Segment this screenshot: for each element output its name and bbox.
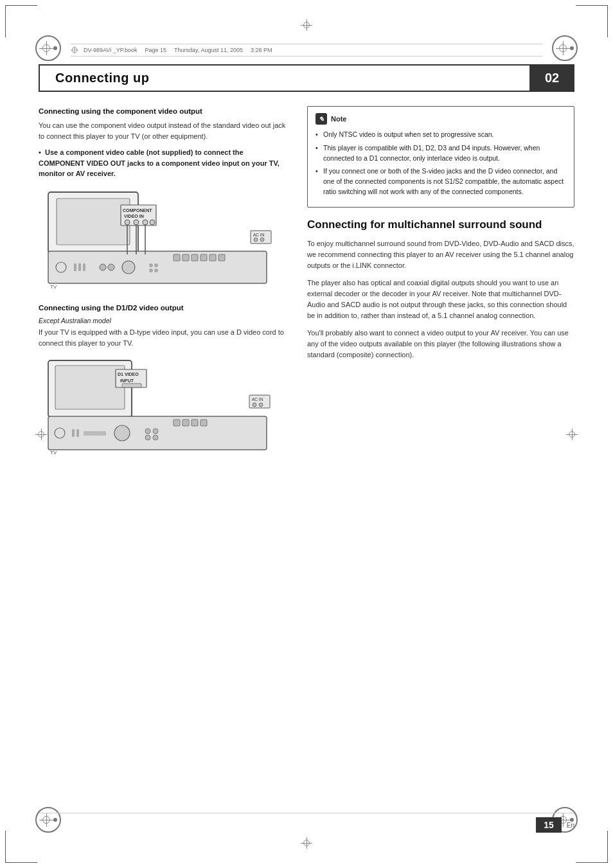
section-d1d2: Connecting using the D1/D2 video output … bbox=[39, 303, 289, 455]
section-multichannel: Connecting for multichannel surround sou… bbox=[307, 218, 574, 361]
note-icon: ✎ bbox=[315, 113, 327, 125]
svg-rect-33 bbox=[191, 254, 198, 261]
svg-rect-23 bbox=[83, 263, 85, 271]
svg-rect-21 bbox=[74, 263, 76, 271]
note-box: ✎ Note Only NTSC video is output when se… bbox=[307, 106, 574, 208]
metadata-text: DV-989AVi _YP.book bbox=[84, 47, 138, 53]
diagram2-svg: TV D1 VIDEO INPUT AC IN bbox=[39, 355, 283, 455]
metadata-time: 3:28 PM bbox=[251, 47, 272, 53]
reg-mark-top-center bbox=[301, 19, 312, 31]
svg-rect-58 bbox=[84, 431, 106, 436]
svg-text:INPUT: INPUT bbox=[120, 378, 134, 383]
svg-point-11 bbox=[125, 220, 130, 225]
right-column: ✎ Note Only NTSC video is output when se… bbox=[307, 106, 574, 804]
corner-decoration-tl bbox=[5, 5, 37, 37]
note-item-1: Only NTSC video is output when set to pr… bbox=[315, 130, 566, 140]
diagram1-svg: TV COMPONENT VIDEO IN AC IN bbox=[39, 187, 283, 290]
section-component-video: Connecting using the component video out… bbox=[39, 106, 289, 290]
metadata-bar: DV-989AVi _YP.book Page 15 Thursday, Aug… bbox=[71, 44, 542, 57]
main-content: Connecting using the component video out… bbox=[39, 106, 574, 804]
multichannel-para2: The player also has optical and coaxial … bbox=[307, 278, 574, 321]
svg-rect-67 bbox=[200, 420, 207, 426]
diagram1: TV COMPONENT VIDEO IN AC IN bbox=[39, 187, 289, 290]
svg-rect-49 bbox=[122, 384, 141, 387]
svg-point-14 bbox=[150, 220, 155, 225]
chapter-number: 02 bbox=[545, 71, 559, 85]
svg-rect-56 bbox=[72, 429, 75, 437]
svg-point-63 bbox=[153, 435, 158, 440]
multichannel-title: Connecting for multichannel surround sou… bbox=[307, 218, 574, 232]
page-header: Connecting up 02 bbox=[39, 64, 574, 92]
svg-point-17 bbox=[254, 238, 258, 242]
corner-decoration-bl bbox=[5, 831, 37, 863]
left-column: Connecting using the component video out… bbox=[39, 106, 289, 804]
svg-rect-64 bbox=[173, 420, 180, 426]
svg-text:D1 VIDEO: D1 VIDEO bbox=[118, 372, 139, 376]
page-footer: 15 En bbox=[39, 813, 574, 833]
svg-point-24 bbox=[100, 264, 106, 270]
chapter-box: 02 bbox=[529, 64, 574, 92]
svg-point-28 bbox=[154, 263, 158, 267]
svg-point-62 bbox=[145, 435, 150, 440]
svg-text:TV: TV bbox=[50, 450, 57, 455]
svg-text:AC IN: AC IN bbox=[252, 397, 263, 402]
reg-mark-bottom-center bbox=[301, 837, 312, 849]
note-title: Note bbox=[331, 115, 346, 123]
svg-rect-22 bbox=[78, 263, 81, 271]
svg-rect-35 bbox=[209, 254, 216, 261]
reg-mark-tl bbox=[35, 35, 61, 61]
svg-point-53 bbox=[259, 403, 263, 407]
svg-point-13 bbox=[143, 220, 148, 225]
page-title: Connecting up bbox=[55, 71, 149, 85]
section1-title: Connecting using the component video out… bbox=[39, 106, 289, 116]
note-items: Only NTSC video is output when set to pr… bbox=[315, 130, 566, 197]
section2-italic: Except Australian model bbox=[39, 317, 289, 324]
multichannel-para1: To enjoy multichannel surround sound fro… bbox=[307, 238, 574, 271]
page-lang: En bbox=[567, 822, 574, 829]
svg-text:AC IN: AC IN bbox=[253, 233, 265, 237]
svg-rect-4 bbox=[57, 199, 130, 245]
svg-point-52 bbox=[253, 403, 256, 407]
metadata-day: Thursday, August 11, 2005 bbox=[174, 47, 243, 53]
svg-text:COMPONENT: COMPONENT bbox=[123, 208, 152, 213]
svg-rect-31 bbox=[173, 254, 180, 261]
page-number: 15 bbox=[536, 817, 562, 833]
svg-point-29 bbox=[149, 269, 153, 272]
svg-rect-65 bbox=[182, 420, 189, 426]
corner-decoration-br bbox=[576, 831, 608, 863]
svg-point-18 bbox=[260, 238, 264, 242]
svg-rect-57 bbox=[76, 429, 79, 437]
svg-point-27 bbox=[149, 263, 153, 267]
svg-point-26 bbox=[122, 261, 135, 274]
svg-rect-34 bbox=[200, 254, 207, 261]
section1-body: You can use the component video output i… bbox=[39, 120, 289, 142]
svg-text:VIDEO IN: VIDEO IN bbox=[124, 214, 144, 218]
section2-body: If your TV is equipped with a D-type vid… bbox=[39, 327, 289, 349]
reg-mark-tr bbox=[552, 35, 578, 61]
svg-text:TV: TV bbox=[50, 284, 57, 290]
section2-title: Connecting using the D1/D2 video output bbox=[39, 303, 289, 313]
svg-point-12 bbox=[134, 220, 139, 225]
svg-point-61 bbox=[153, 429, 158, 434]
corner-decoration-tr bbox=[576, 5, 608, 37]
title-box: Connecting up bbox=[39, 64, 529, 92]
svg-rect-66 bbox=[191, 420, 198, 426]
svg-rect-36 bbox=[218, 254, 225, 261]
svg-rect-32 bbox=[182, 254, 189, 261]
diagram2: TV D1 VIDEO INPUT AC IN bbox=[39, 355, 289, 455]
svg-point-59 bbox=[114, 425, 130, 441]
svg-point-60 bbox=[145, 429, 150, 434]
note-item-3: If you connect one or both of the S-vide… bbox=[315, 166, 566, 197]
svg-rect-42 bbox=[55, 366, 125, 409]
multichannel-para3: You'll probably also want to connect a v… bbox=[307, 328, 574, 360]
svg-point-25 bbox=[108, 264, 114, 270]
note-item-2: This player is compatible with D1, D2, D… bbox=[315, 143, 566, 164]
note-header: ✎ Note bbox=[315, 113, 566, 125]
section1-instruction: • Use a component video cable (not suppl… bbox=[39, 147, 289, 179]
svg-point-30 bbox=[154, 269, 158, 272]
metadata-crosshair bbox=[71, 46, 78, 54]
metadata-page: Page 15 bbox=[145, 47, 167, 53]
